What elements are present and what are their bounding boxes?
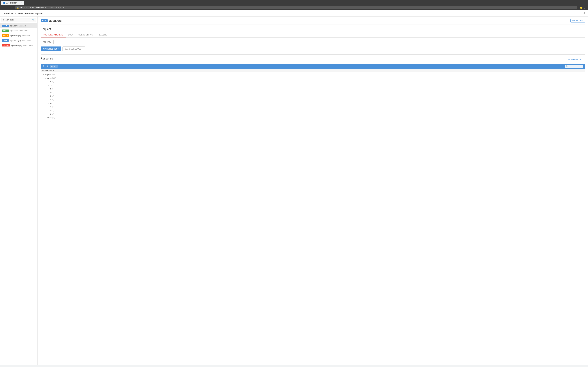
response-info-button[interactable]: RESPONSE INFO: [567, 58, 585, 61]
route-item-users-delete[interactable]: DELETE api/users/{id} users.delete: [0, 43, 37, 48]
method-badge-patch: PATCH: [2, 34, 9, 37]
back-button[interactable]: ←: [2, 6, 6, 9]
json-count-7: {3}: [51, 106, 54, 109]
json-row-root[interactable]: ▼ object {2}: [42, 73, 583, 77]
response-title: Response: [41, 57, 53, 60]
view-dropdown-arrow-icon: ▾: [55, 65, 56, 67]
json-toggle-7[interactable]: ▶: [47, 106, 49, 108]
json-filter-button[interactable]: ▾: [581, 66, 582, 67]
route-item-users-show[interactable]: GET api/users/{id} users.show: [0, 38, 37, 43]
route-path-5: api/users/{id}: [11, 44, 22, 47]
json-row-item-4[interactable]: ▶ 4 {3}: [42, 95, 583, 98]
json-toggle-meta[interactable]: ▶: [45, 117, 47, 119]
json-row-item-1[interactable]: ▶ 1 {3}: [42, 84, 583, 87]
response-section: Response RESPONSE INFO ⇕ ⇕ View ▾ �: [41, 57, 585, 121]
route-path-display: api/users: [49, 19, 61, 23]
view-dropdown[interactable]: View ▾: [50, 65, 58, 68]
json-toggle-5[interactable]: ▶: [47, 99, 49, 101]
route-info-button[interactable]: ROUTE INFO: [571, 19, 585, 23]
route-item-users-create[interactable]: POST api/users users.create: [0, 28, 37, 33]
json-toggle-2[interactable]: ▶: [47, 88, 49, 91]
settings-icon[interactable]: ⚙: [583, 12, 586, 15]
route-method-badge: GET: [41, 19, 48, 22]
json-viewer-toolbar: ⇕ ⇕ View ▾ 🔍 ▾: [41, 64, 585, 69]
browser-actions: ⭐ ⋮: [580, 6, 586, 9]
json-row-item-0[interactable]: ▶ 0 {3}: [42, 80, 583, 84]
json-count-1: {3}: [51, 84, 54, 87]
json-search-icon: 🔍: [566, 65, 568, 67]
json-count-8: {3}: [51, 109, 54, 112]
sidebar: 🔍 GET api/users users.list POST api/user…: [0, 17, 37, 365]
route-item-users-edit[interactable]: PATCH api/users/{id} users.edit: [0, 33, 37, 38]
app-body: 🔍 GET api/users users.list POST api/user…: [0, 17, 588, 365]
json-key-root: object: [45, 73, 51, 76]
menu-button[interactable]: ⋮: [583, 6, 586, 9]
json-index-4: 4: [50, 95, 51, 98]
request-title: Request: [41, 27, 585, 31]
json-row-item-7[interactable]: ▶ 7 {3}: [42, 105, 583, 109]
url-bar[interactable]: 🔒 laravel-api-explorer-demo.herokuapp.co…: [15, 6, 578, 9]
json-key-meta: meta: [47, 116, 52, 120]
json-search-container: 🔍 ▾: [565, 65, 583, 67]
json-toggle-0[interactable]: ▶: [47, 81, 49, 83]
route-name-4: users.show: [22, 40, 31, 42]
tab-favicon: 🔵: [3, 2, 5, 4]
route-list: GET api/users users.list POST api/users …: [0, 23, 37, 365]
json-toggle-9[interactable]: ▶: [47, 113, 49, 116]
make-request-button[interactable]: MAKE REQUEST: [41, 47, 61, 51]
json-toggle-root[interactable]: ▼: [42, 73, 44, 76]
tab-route-parameters[interactable]: ROUTE PARAMETERS: [41, 33, 66, 37]
json-toggle-8[interactable]: ▶: [47, 109, 49, 112]
json-count-5: {3}: [51, 99, 54, 101]
json-row-meta[interactable]: ▶ meta {7}: [42, 116, 583, 120]
method-badge-delete: DELETE: [2, 44, 10, 47]
route-header: GET api/users ROUTE INFO: [41, 19, 585, 25]
route-item-users-list[interactable]: GET api/users users.list: [0, 23, 37, 28]
browser-nav: ← → ↻: [2, 6, 14, 9]
json-toggle-1[interactable]: ▶: [47, 84, 49, 87]
reload-button[interactable]: ↻: [11, 6, 14, 9]
json-row-item-6[interactable]: ▶ 6 {3}: [42, 102, 583, 106]
tab-body[interactable]: BODY: [66, 33, 76, 37]
search-input[interactable]: [1, 18, 36, 22]
route-name-1: users.list: [19, 25, 26, 27]
route-header-left: GET api/users: [41, 19, 61, 23]
json-row-item-8[interactable]: ▶ 8 {3}: [42, 109, 583, 113]
cancel-request-button[interactable]: CANCEL REQUEST: [62, 47, 85, 51]
search-bar: 🔍: [0, 17, 37, 23]
request-section: Request ROUTE PARAMETERS BODY QUERY STRI…: [41, 27, 585, 51]
json-search-input[interactable]: [569, 65, 581, 67]
search-icon[interactable]: 🔍: [32, 19, 35, 21]
json-count-9: {3}: [51, 113, 54, 116]
json-toggle-data[interactable]: ▼: [45, 77, 47, 80]
json-row-item-5[interactable]: ▶ 5 {3}: [42, 98, 583, 102]
json-index-3: 3: [50, 91, 51, 94]
json-row-item-9[interactable]: ▶ 9 {3}: [42, 113, 583, 116]
tab-query-string[interactable]: QUERY STRING: [76, 33, 95, 37]
request-tabs: ROUTE PARAMETERS BODY QUERY STRING HEADE…: [41, 33, 585, 38]
json-index-5: 5: [50, 98, 51, 102]
active-tab[interactable]: 🔵 API explorer ✕: [1, 1, 24, 5]
json-toggle-3[interactable]: ▶: [47, 92, 49, 94]
method-badge-post: POST: [2, 30, 9, 32]
expand-all-button[interactable]: ⇕: [46, 65, 49, 68]
json-row-item-2[interactable]: ▶ 2 {3}: [42, 87, 583, 91]
add-item-button[interactable]: ADD ITEM: [41, 40, 54, 44]
forward-button[interactable]: →: [7, 6, 10, 9]
json-index-6: 6: [50, 102, 51, 105]
new-tab-button[interactable]: +: [24, 2, 28, 5]
collapse-all-button[interactable]: ⇕: [42, 65, 45, 68]
json-toggle-6[interactable]: ▶: [47, 102, 49, 105]
bookmark-button[interactable]: ⭐: [580, 6, 582, 9]
json-body: ▼ object {2} ▼ data [10] ▶: [41, 72, 585, 121]
json-toggle-4[interactable]: ▶: [47, 95, 49, 98]
json-index-0: 0: [50, 80, 51, 84]
json-index-1: 1: [50, 84, 51, 87]
json-index-8: 8: [50, 109, 51, 113]
json-row-data[interactable]: ▼ data [10]: [42, 77, 583, 80]
tab-title: API explorer: [6, 2, 17, 4]
json-index-2: 2: [50, 87, 51, 91]
tab-headers[interactable]: HEADERS: [95, 33, 110, 37]
tab-close-icon[interactable]: ✕: [21, 2, 22, 4]
json-row-item-3[interactable]: ▶ 3 {3}: [42, 91, 583, 95]
